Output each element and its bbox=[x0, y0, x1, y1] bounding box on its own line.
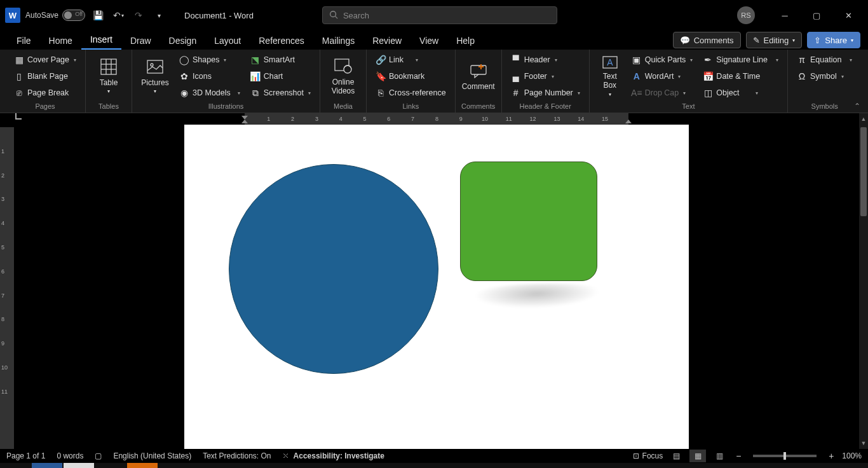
cover-page-button[interactable]: ▦Cover Page▾ bbox=[10, 52, 80, 67]
table-button[interactable]: Table▾ bbox=[91, 52, 126, 99]
collapse-ribbon-icon[interactable]: ⌃ bbox=[854, 102, 860, 111]
tab-review[interactable]: Review bbox=[363, 33, 410, 50]
symbol-button[interactable]: ΩSymbol▾ bbox=[793, 69, 856, 84]
zoom-out-button[interactable]: − bbox=[733, 450, 744, 462]
shape-rounded-rect-green[interactable] bbox=[460, 162, 597, 281]
tab-file[interactable]: File bbox=[8, 33, 40, 50]
shapes-button[interactable]: ◯Shapes▾ bbox=[175, 52, 244, 67]
status-predictions[interactable]: Text Predictions: On bbox=[203, 451, 271, 460]
tab-references[interactable]: References bbox=[250, 33, 313, 50]
link-button[interactable]: 🔗Link▾ bbox=[372, 52, 450, 67]
tab-layout[interactable]: Layout bbox=[205, 33, 250, 50]
user-avatar[interactable]: RS bbox=[737, 6, 755, 24]
tab-home[interactable]: Home bbox=[40, 33, 81, 50]
autosave-toggle[interactable]: AutoSave Off bbox=[25, 10, 85, 21]
footer-button[interactable]: ▄Footer▾ bbox=[507, 69, 584, 84]
3d-models-button[interactable]: ◉3D Models▾ bbox=[175, 85, 244, 100]
object-icon: ◫ bbox=[703, 88, 713, 98]
scroll-up-arrow[interactable]: ▲ bbox=[859, 114, 868, 123]
smartart-button[interactable]: ⬔SmartArt bbox=[247, 52, 315, 67]
new-comment-icon bbox=[468, 60, 489, 81]
left-indent-marker[interactable] bbox=[241, 113, 248, 123]
svg-marker-18 bbox=[625, 120, 632, 123]
comment-button[interactable]: Comment bbox=[461, 52, 496, 99]
blank-page-button[interactable]: ▯Blank Page bbox=[10, 69, 80, 84]
svg-point-8 bbox=[151, 64, 153, 66]
bookmark-button[interactable]: 🔖Bookmark bbox=[372, 69, 450, 84]
taskbar-sliver bbox=[0, 463, 868, 468]
vertical-scrollbar[interactable]: ▲ ▼ bbox=[859, 113, 868, 449]
header-button[interactable]: ▀Header▾ bbox=[507, 52, 584, 67]
header-icon: ▀ bbox=[511, 55, 521, 65]
shapes-icon: ◯ bbox=[179, 55, 189, 65]
group-illustrations: Pictures▾ ◯Shapes▾ ✿Icons ◉3D Models▾ ⬔S… bbox=[132, 50, 320, 113]
qat-customize-icon[interactable]: ▾ bbox=[151, 8, 166, 23]
zoom-level[interactable]: 100% bbox=[842, 451, 862, 460]
editing-mode-button[interactable]: ✎Editing▾ bbox=[746, 32, 803, 48]
tab-help[interactable]: Help bbox=[447, 33, 484, 50]
vertical-ruler[interactable]: 1234567891011 bbox=[0, 125, 14, 449]
scroll-down-arrow[interactable]: ▼ bbox=[859, 439, 868, 448]
share-button[interactable]: ⇧Share▾ bbox=[807, 32, 860, 48]
group-comments: Comment Comments bbox=[456, 50, 502, 113]
status-spellcheck-icon[interactable]: ▢ bbox=[95, 451, 102, 460]
symbol-icon: Ω bbox=[797, 71, 807, 81]
page-break-button[interactable]: ⎚Page Break bbox=[10, 85, 80, 100]
status-accessibility[interactable]: ⛌Accessibility: Investigate bbox=[283, 451, 384, 460]
comments-button[interactable]: 💬Comments bbox=[673, 32, 741, 48]
tab-view[interactable]: View bbox=[410, 33, 447, 50]
quick-parts-button[interactable]: ▣Quick Parts▾ bbox=[628, 52, 697, 67]
shape-oval-blue[interactable] bbox=[229, 164, 438, 374]
chart-icon: 📊 bbox=[250, 71, 261, 81]
print-layout-icon[interactable]: ▦ bbox=[689, 450, 706, 462]
search-input[interactable]: Search bbox=[322, 6, 557, 24]
scroll-thumb[interactable] bbox=[860, 127, 867, 216]
text-box-button[interactable]: A Text Box▾ bbox=[595, 52, 625, 99]
focus-mode-button[interactable]: ⊡Focus bbox=[633, 451, 663, 460]
close-button[interactable]: ✕ bbox=[834, 5, 863, 25]
right-indent-marker[interactable] bbox=[625, 113, 632, 123]
3d-models-icon: ◉ bbox=[179, 88, 189, 98]
undo-icon[interactable]: ↶▾ bbox=[111, 8, 126, 23]
tab-insert[interactable]: Insert bbox=[81, 32, 121, 50]
minimize-button[interactable]: ─ bbox=[770, 5, 799, 25]
zoom-slider-thumb[interactable] bbox=[783, 452, 786, 460]
tab-draw[interactable]: Draw bbox=[121, 33, 160, 50]
maximize-button[interactable]: ▢ bbox=[802, 5, 831, 25]
group-tables: Table▾ Tables bbox=[86, 50, 132, 113]
screenshot-button[interactable]: ⧉Screenshot▾ bbox=[247, 85, 315, 100]
cross-reference-button[interactable]: ⎘Cross-reference bbox=[372, 85, 450, 100]
status-language[interactable]: English (United States) bbox=[113, 451, 191, 460]
equation-button[interactable]: πEquation▾ bbox=[793, 52, 856, 67]
drop-cap-button[interactable]: A≡Drop Cap▾ bbox=[628, 85, 697, 100]
document-area[interactable] bbox=[14, 125, 859, 449]
zoom-slider[interactable] bbox=[753, 455, 817, 457]
tab-design[interactable]: Design bbox=[160, 33, 206, 50]
page[interactable] bbox=[184, 125, 689, 449]
page-number-icon: # bbox=[511, 88, 521, 98]
status-words[interactable]: 0 words bbox=[57, 451, 83, 460]
save-icon[interactable]: 💾 bbox=[90, 8, 105, 23]
toggle-switch[interactable]: Off bbox=[62, 10, 85, 21]
tab-mailings[interactable]: Mailings bbox=[313, 33, 363, 50]
ribbon-insert: ▦Cover Page▾ ▯Blank Page ⎚Page Break Pag… bbox=[0, 50, 868, 113]
online-videos-button[interactable]: Online Videos bbox=[325, 52, 361, 99]
signature-icon: ✒ bbox=[703, 55, 713, 65]
icons-button[interactable]: ✿Icons bbox=[175, 69, 244, 84]
date-time-button[interactable]: 📅Date & Time bbox=[699, 69, 782, 84]
document-title: Document1 - Word bbox=[184, 11, 254, 20]
page-number-button[interactable]: #Page Number▾ bbox=[507, 85, 584, 100]
zoom-in-button[interactable]: + bbox=[825, 450, 837, 462]
status-page[interactable]: Page 1 of 1 bbox=[6, 451, 45, 460]
horizontal-ruler[interactable]: 123456789101112131415 bbox=[14, 113, 868, 125]
redo-icon[interactable]: ↷ bbox=[131, 8, 146, 23]
chart-button[interactable]: 📊Chart bbox=[247, 69, 315, 84]
object-button[interactable]: ◫Object▾ bbox=[699, 85, 782, 100]
quick-parts-icon: ▣ bbox=[632, 55, 642, 65]
pictures-button[interactable]: Pictures▾ bbox=[137, 52, 173, 99]
read-mode-icon[interactable]: ▤ bbox=[668, 450, 684, 462]
smartart-icon: ⬔ bbox=[250, 55, 261, 65]
signature-line-button[interactable]: ✒Signature Line▾ bbox=[699, 52, 782, 67]
web-layout-icon[interactable]: ▥ bbox=[711, 450, 728, 462]
wordart-button[interactable]: AWordArt▾ bbox=[628, 69, 697, 84]
